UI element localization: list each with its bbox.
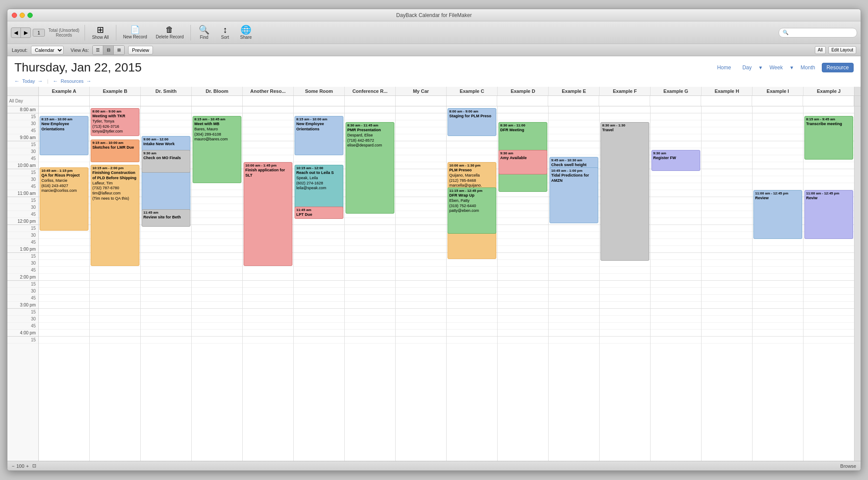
zoom-out-icon[interactable]: − xyxy=(12,463,14,469)
close-button[interactable] xyxy=(12,13,17,18)
grid-cell xyxy=(243,148,293,155)
search-box[interactable]: 🔍 xyxy=(779,28,857,37)
calendar-event[interactable]: 9:15 am - 10:00 amSketches for LMR Due xyxy=(91,140,139,162)
layout-select[interactable]: Calendar xyxy=(31,46,64,54)
grid-cell xyxy=(498,302,548,309)
calendar-event[interactable]: 11:45 amLPT Due xyxy=(295,207,343,219)
view-list-button[interactable]: ⊟ xyxy=(103,46,114,54)
calendar-event[interactable]: 10:45 am - 1:00 pmTidal Predictions for … xyxy=(549,167,598,223)
resources-link[interactable]: Resources xyxy=(61,78,84,84)
grid-cell xyxy=(141,302,191,309)
calendar-event[interactable]: 11:00 am - 12:45 pmReviw xyxy=(804,190,853,239)
calendar-event[interactable]: 8:15 am - 10:45 amMeet with MBBares, Mau… xyxy=(193,116,241,183)
grid-cell xyxy=(804,169,854,176)
view-form-button[interactable]: ☰ xyxy=(93,46,103,54)
grid-cell xyxy=(345,106,395,113)
grid-cell xyxy=(447,155,497,162)
time-slot: 4:00 pm xyxy=(7,330,38,337)
grid-cell xyxy=(702,169,752,176)
grid-cols: 8:15 am - 10:00 amNew Employee Orientati… xyxy=(39,106,854,461)
calendar-event[interactable]: 8:15 am - 10:00 amNew Employee Orientati… xyxy=(295,116,343,155)
view-as-label: View As: xyxy=(71,48,89,53)
grid-cell xyxy=(345,113,395,120)
view-table-button[interactable]: ⊞ xyxy=(114,46,124,54)
grid-cell xyxy=(39,316,89,323)
nav-resource[interactable]: Resource xyxy=(822,63,854,72)
grid-cell xyxy=(702,330,752,337)
calendar-event[interactable]: 11:00 am - 12:45 pmReview xyxy=(753,190,802,239)
grid-cell xyxy=(804,183,854,190)
grid-cell xyxy=(549,281,599,288)
calendar-event[interactable]: 8:00 am - 9:00 amStaging for PLM Preso xyxy=(448,108,496,136)
grid-cell xyxy=(243,141,293,148)
share-button[interactable]: 🌐 Share xyxy=(236,24,255,41)
maximize-button[interactable] xyxy=(27,13,33,18)
grid-cell xyxy=(396,148,446,155)
grid-cell xyxy=(294,281,344,288)
grid-col-exampleH xyxy=(702,106,753,461)
grid-cell xyxy=(651,281,701,288)
calendar-event[interactable]: 8:15 am - 10:00 amNew Employee Orientati… xyxy=(40,116,88,155)
grid-cell xyxy=(396,169,446,176)
edit-layout-button[interactable]: Edit Layout xyxy=(828,46,856,54)
grid-cell xyxy=(90,309,140,316)
show-all-button[interactable]: ⊞ Show All xyxy=(88,24,112,41)
sort-button[interactable]: ↕️ Sort xyxy=(215,24,234,41)
grid-cell xyxy=(651,246,701,253)
calendar-event[interactable]: 9:30 amAmy Available xyxy=(498,150,547,174)
nav-month[interactable]: Month xyxy=(796,63,820,72)
prev-resources-link[interactable]: ← xyxy=(53,78,58,84)
grid-cell xyxy=(702,155,752,162)
calendar-event[interactable]: 11:15 am - 12:45 pmDFR Wrap UpEben, Patt… xyxy=(448,187,496,234)
nav-week[interactable]: Week xyxy=(765,63,787,72)
time-slot: 10:00 am xyxy=(7,162,38,169)
new-record-button[interactable]: 📄 New Record xyxy=(120,24,151,41)
forward-arrow[interactable]: ▶ xyxy=(21,28,31,37)
today-link[interactable]: Today xyxy=(22,78,35,84)
grid-cell xyxy=(39,260,89,267)
grid-cell xyxy=(396,211,446,218)
minimize-button[interactable] xyxy=(20,13,25,18)
back-arrow[interactable]: ◀ xyxy=(11,28,21,37)
sep3 xyxy=(190,25,191,41)
calendar-event[interactable]: 11:45 amReview site for Beth xyxy=(142,209,190,227)
fit-icon[interactable]: ⊡ xyxy=(32,463,36,469)
calendar-event[interactable]: 10:45 am - 1:15 pmQA for Risus ProjectCo… xyxy=(40,167,88,231)
grid-cell xyxy=(447,309,497,316)
calendar-event[interactable]: 9:30 amRegister FW xyxy=(651,150,700,171)
grid-cell xyxy=(549,232,599,239)
calendar-event[interactable]: 8:15 am - 9:45 amTranscribe meeting xyxy=(804,116,853,160)
nav-home[interactable]: Home xyxy=(712,63,736,72)
calendar-event[interactable]: 10:15 am - 2:00 pmFinishing Construction… xyxy=(91,165,139,266)
scrollbar-body[interactable] xyxy=(854,106,861,461)
grid-col-exampleA: 8:15 am - 10:00 amNew Employee Orientati… xyxy=(39,106,90,461)
all-day-cell xyxy=(803,96,854,106)
next-period-link[interactable]: → xyxy=(37,78,43,84)
grid-cell xyxy=(804,162,854,169)
delete-record-button[interactable]: 🗑 Delete Record xyxy=(153,24,187,41)
calendar-event[interactable]: 8:30 am - 11:45 amPMR PresentationDespar… xyxy=(346,122,394,214)
scrollbar-allday[interactable] xyxy=(854,96,861,106)
grid-cell xyxy=(804,106,854,113)
zoom-in-icon[interactable]: + xyxy=(26,463,29,469)
all-button[interactable]: All xyxy=(815,46,826,54)
grid-cell xyxy=(702,316,752,323)
grid-cell xyxy=(345,323,395,330)
prev-period-link[interactable]: ← xyxy=(14,78,20,84)
nav-day[interactable]: Day xyxy=(738,63,756,72)
grid-cell xyxy=(90,295,140,302)
time-slot: 15 xyxy=(7,281,38,288)
calendar-event[interactable]: 10:00 am - 1:45 pmFinish application for… xyxy=(244,162,292,266)
preview-button[interactable]: Preview xyxy=(128,46,153,54)
find-button[interactable]: 🔍 Find xyxy=(194,24,214,41)
calendar-event[interactable]: 9:00 am - 12:00Intake New Work xyxy=(142,136,190,220)
calendar-event[interactable]: 9:30 amCheck on MO Finals xyxy=(142,150,190,173)
grid-cell xyxy=(192,232,242,239)
grid-cell xyxy=(396,232,446,239)
next-resources-link[interactable]: → xyxy=(86,78,92,84)
calendar-event[interactable]: 8:30 am - 1:30Travel xyxy=(600,122,649,261)
scrollbar[interactable] xyxy=(854,87,861,95)
record-number-input[interactable]: 1 xyxy=(33,29,45,37)
calendar-event[interactable]: 8:00 am - 9:00 amMeeting with TKRTytler,… xyxy=(91,108,139,136)
grid-cell xyxy=(600,260,650,267)
